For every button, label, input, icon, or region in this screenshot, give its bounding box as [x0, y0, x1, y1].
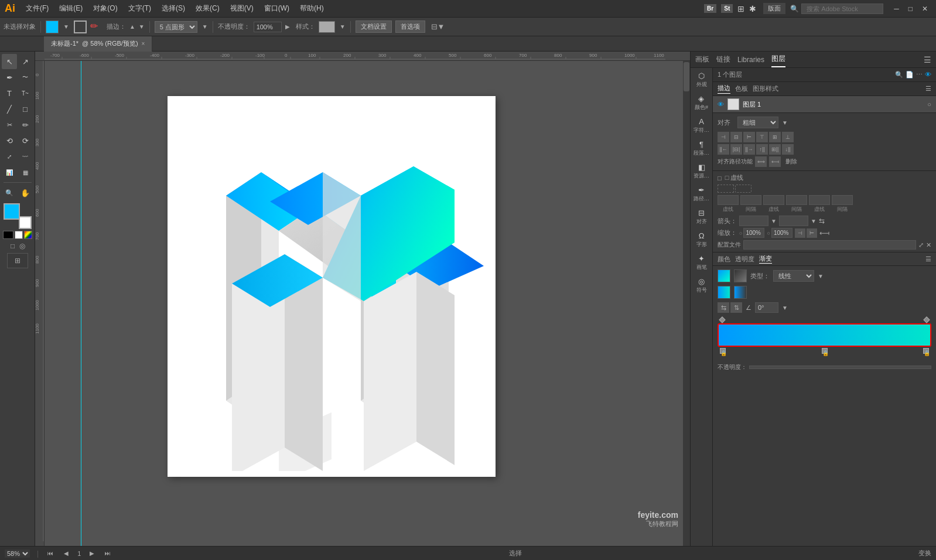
pen-tool[interactable]: ✒ — [2, 70, 17, 85]
appearance-icon[interactable]: ⬡ 外观 — [696, 71, 707, 88]
gradient-color-preview[interactable] — [718, 286, 730, 299]
opacity-input[interactable] — [254, 22, 282, 32]
zoom-select[interactable]: 58% — [5, 549, 30, 558]
gradient-bar[interactable] — [718, 323, 931, 347]
dist-bottom-btn[interactable]: ↓|| — [782, 144, 794, 155]
gradient-flip-v-icon[interactable]: ⇅ — [730, 302, 742, 313]
gradient-preview-swatch[interactable] — [718, 269, 730, 282]
dashed-preview-box[interactable] — [718, 185, 734, 193]
tab-close-button[interactable]: × — [142, 40, 145, 47]
paintbrush-tool[interactable]: ✂ — [2, 117, 17, 132]
dist-top-btn[interactable]: ↑|| — [756, 144, 768, 155]
document-tab[interactable]: 未标题-1* @ 58% (RGB/预览) × — [44, 36, 152, 52]
gradient-swatch[interactable] — [24, 231, 32, 239]
align-end-icon-2[interactable]: ⊢ — [807, 228, 817, 238]
dist-center-h-btn[interactable]: |⊟| — [730, 144, 742, 155]
menu-window[interactable]: 窗口(W) — [259, 2, 294, 15]
stroke-up-icon[interactable]: ▲ — [129, 23, 135, 30]
panel-tab-artboard[interactable]: 画板 — [695, 52, 709, 67]
symbol-icon[interactable]: ◎ 符号 — [696, 277, 707, 294]
reflect-tool[interactable]: ⟳ — [18, 133, 33, 148]
gradient-bottom-stop-mid[interactable]: 🔒 — [822, 348, 828, 354]
canvas-viewport[interactable]: feyite.com 飞特教程网 — [45, 61, 690, 546]
glyph-icon[interactable]: Ω 字形 — [696, 231, 707, 248]
normal-mode-icon[interactable]: □ — [9, 242, 17, 250]
arrange-icon[interactable]: ⊟▼ — [431, 22, 445, 31]
gradient-active-tab[interactable]: 渐变 — [759, 254, 772, 264]
warp-tool[interactable]: 〰 — [18, 149, 33, 164]
panel-menu-icon2[interactable]: ☰ — [925, 85, 931, 93]
align-center-h-btn[interactable]: ⊟ — [730, 132, 742, 142]
align-bottom-btn[interactable]: ⊥ — [782, 132, 794, 142]
type-on-path-tool[interactable]: T~ — [18, 86, 33, 101]
line-tool[interactable]: ╱ — [2, 101, 17, 117]
paragraph-icon[interactable]: ¶ 段落… — [694, 140, 709, 157]
preview-mode-icon[interactable]: ◎ — [18, 242, 26, 250]
rotate-tool[interactable]: ⟲ — [2, 133, 17, 148]
new-layer-icon[interactable]: 📄 — [906, 71, 914, 78]
panel-tab-layers[interactable]: 图层 — [771, 52, 785, 67]
scale-tool[interactable]: ⤢ — [2, 149, 17, 164]
align-end-icon-1[interactable]: ⊣ — [795, 228, 805, 238]
search-layers-icon[interactable]: 🔍 — [895, 71, 903, 78]
dist-space-h-btn[interactable]: ⟺ — [755, 156, 767, 167]
white-swatch[interactable] — [15, 231, 23, 239]
layer-lock-icon[interactable]: ○ — [927, 101, 931, 108]
menu-effect[interactable]: 效果(C) — [191, 2, 224, 15]
menu-object[interactable]: 对象(O) — [88, 2, 122, 15]
align-right-btn[interactable]: ⊢ — [743, 132, 755, 142]
grid-icon[interactable]: ⊞ — [737, 4, 744, 13]
asset-icon[interactable]: ◧ 资源… — [694, 163, 709, 180]
gradient-inverted-swatch[interactable] — [734, 269, 747, 282]
color-mode-tab[interactable]: 颜色 — [718, 255, 730, 264]
direct-selection-tool[interactable]: ↗ — [18, 54, 33, 69]
align-top-btn[interactable]: ⊤ — [756, 132, 768, 142]
background-color[interactable] — [19, 216, 32, 229]
config-icon-2[interactable]: ✕ — [926, 241, 931, 249]
transparency-tab[interactable]: 透明度 — [735, 255, 754, 264]
menu-text[interactable]: 文字(T) — [124, 2, 156, 15]
layer-item[interactable]: 👁 图层 1 ○ — [713, 96, 936, 113]
type-tool[interactable]: T — [2, 86, 17, 101]
stock-btn[interactable]: St — [721, 4, 733, 13]
char-icon[interactable]: A 字符… — [694, 117, 709, 134]
swap-arrows-icon[interactable]: ⇆ — [819, 217, 825, 225]
gradient-bottom-stop-left[interactable]: 🔒 — [720, 348, 726, 354]
graph-tool[interactable]: 📊 — [2, 165, 17, 180]
artboard[interactable] — [168, 96, 496, 477]
stroke-down-icon[interactable]: ▼ — [139, 23, 145, 30]
shape-style-tab[interactable]: 图形样式 — [753, 84, 778, 93]
dist-space-v-btn[interactable]: ⟻ — [769, 156, 781, 167]
gradient-opacity-preview[interactable] — [734, 286, 747, 299]
doc-settings-button[interactable]: 文档设置 — [356, 21, 392, 33]
dash3-input[interactable] — [809, 195, 830, 205]
config-icon-1[interactable]: ⤢ — [918, 241, 924, 249]
vertical-scrollbar[interactable] — [683, 61, 690, 546]
black-swatch[interactable] — [3, 231, 13, 239]
bridge-btn[interactable]: Br — [704, 4, 716, 13]
gradient-flip-h-icon[interactable]: ⇆ — [718, 302, 729, 313]
stroke-tab[interactable]: 描边 — [718, 84, 730, 94]
dist-left-btn[interactable]: ||← — [718, 144, 729, 155]
align-left-btn[interactable]: ⊣ — [718, 132, 729, 142]
menu-file[interactable]: 文件(F) — [21, 2, 53, 15]
nav-prev-btn[interactable]: ◀ — [62, 549, 70, 558]
nav-last-btn[interactable]: ⏭ — [103, 549, 112, 558]
gradient-angle-dropdown-icon[interactable]: ▼ — [782, 305, 788, 311]
opacity-slider[interactable] — [749, 366, 931, 369]
brush-select[interactable]: 5 点圆形 — [155, 21, 197, 33]
zoom-tool[interactable]: 🔍 — [2, 185, 17, 200]
misc-icon[interactable]: ⟻ — [819, 229, 829, 237]
panel-menu-icon3[interactable]: ☰ — [925, 255, 931, 263]
brush-icon[interactable]: ✦ 画笔 — [696, 254, 707, 271]
align-center-v-btn[interactable]: ⊞ — [769, 132, 781, 142]
style-preview[interactable] — [319, 21, 335, 33]
settings-icon[interactable]: ✱ — [749, 4, 756, 13]
dash1-input[interactable] — [718, 195, 739, 205]
column-graph-tool[interactable]: ▦ — [18, 165, 33, 180]
menu-help[interactable]: 帮助(H) — [295, 2, 329, 15]
path-icon[interactable]: ✒ 路径… — [694, 186, 709, 203]
menu-view[interactable]: 视图(V) — [226, 2, 258, 15]
panel-tab-libraries[interactable]: Libraries — [737, 53, 764, 66]
gap2-input[interactable] — [786, 195, 807, 205]
